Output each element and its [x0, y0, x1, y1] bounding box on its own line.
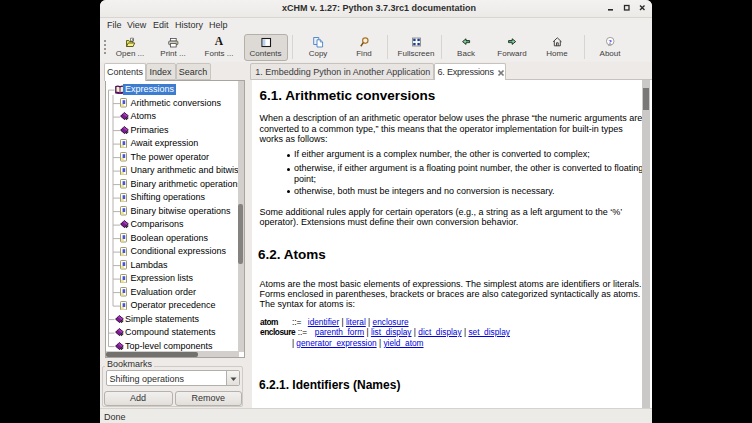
svg-text:?: ?: [609, 38, 612, 45]
